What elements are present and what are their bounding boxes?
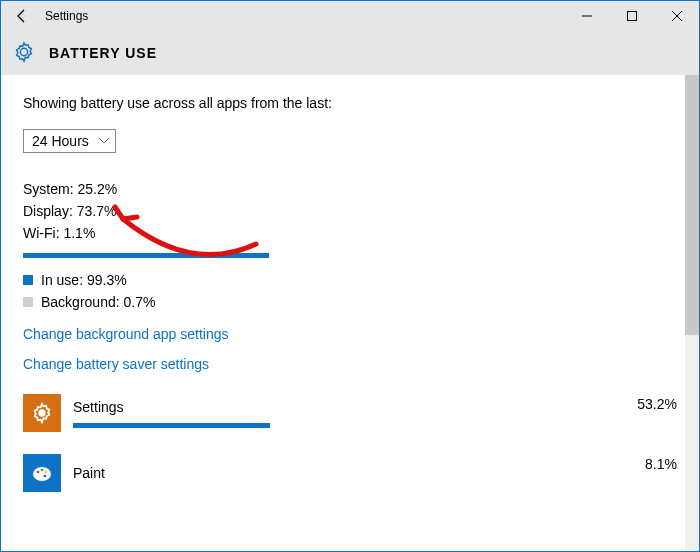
minimize-icon: [582, 11, 592, 21]
link-battery-saver[interactable]: Change battery saver settings: [23, 356, 677, 372]
svg-rect-1: [627, 12, 636, 21]
svg-point-3: [37, 471, 40, 474]
back-button[interactable]: [7, 1, 37, 31]
scrollbar[interactable]: [685, 75, 699, 551]
in-use-legend: In use: 99.3%: [23, 272, 677, 288]
page-title: BATTERY USE: [49, 45, 157, 61]
app-name: Paint: [73, 465, 607, 481]
app-row-settings[interactable]: Settings 53.2%: [23, 394, 677, 432]
window-title: Settings: [45, 9, 88, 23]
timeframe-dropdown[interactable]: 24 Hours: [23, 129, 116, 153]
close-button[interactable]: [654, 1, 699, 31]
app-bar-fill: [73, 423, 270, 428]
wifi-stat: Wi-Fi: 1.1%: [23, 225, 677, 241]
dropdown-value: 24 Hours: [32, 133, 89, 149]
display-stat: Display: 73.7%: [23, 203, 677, 219]
svg-point-5: [45, 471, 48, 474]
maximize-button[interactable]: [609, 1, 654, 31]
close-icon: [672, 11, 682, 21]
square-icon-gray: [23, 297, 33, 307]
page-header: BATTERY USE: [1, 31, 699, 75]
arrow-left-icon: [14, 8, 30, 24]
background-legend: Background: 0.7%: [23, 294, 677, 310]
usage-bar: [23, 253, 269, 258]
app-percent: 53.2%: [607, 396, 677, 412]
intro-text: Showing battery use across all apps from…: [23, 95, 677, 111]
content-area: Showing battery use across all apps from…: [1, 75, 699, 551]
app-name: Settings: [73, 399, 607, 415]
app-row-paint[interactable]: Paint 8.1%: [23, 454, 677, 492]
system-stat: System: 25.2%: [23, 181, 677, 197]
svg-point-6: [44, 475, 47, 478]
svg-point-4: [41, 469, 44, 472]
window-controls: [564, 1, 699, 31]
link-background-apps[interactable]: Change background app settings: [23, 326, 677, 342]
minimize-button[interactable]: [564, 1, 609, 31]
settings-app-icon: [23, 394, 61, 432]
gear-white-icon: [31, 402, 53, 424]
square-icon-blue: [23, 275, 33, 285]
app-percent: 8.1%: [607, 456, 677, 472]
chevron-down-icon: [99, 138, 109, 144]
paint-app-icon: [23, 454, 61, 492]
scrollbar-thumb[interactable]: [685, 75, 699, 335]
gear-icon: [13, 41, 35, 66]
titlebar: Settings: [1, 1, 699, 31]
maximize-icon: [627, 11, 637, 21]
palette-icon: [30, 461, 54, 485]
